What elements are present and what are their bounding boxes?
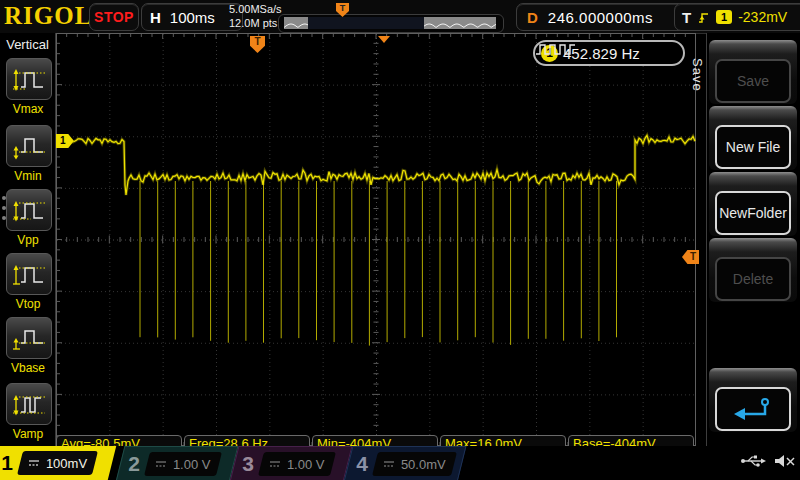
channel3-block[interactable]: 3 1.00 V: [230, 446, 353, 480]
save-button[interactable]: Save: [715, 59, 791, 103]
vmax-icon: [11, 65, 47, 93]
menu-item-vmax[interactable]: Vmax: [6, 58, 50, 116]
vtop-button[interactable]: [6, 253, 52, 295]
brand-logo: RIGOL: [4, 2, 92, 30]
vtop-icon: [11, 260, 47, 288]
channel-status-bar: 1 100mV 2 1.00 V: [0, 446, 800, 480]
vamp-icon: [11, 390, 47, 418]
waveform-display: T 1 452.829 Hz 1 T: [56, 33, 696, 446]
vpp-icon: [11, 196, 47, 224]
run-state-button[interactable]: STOP: [89, 3, 139, 31]
menu-slot-6: [709, 368, 797, 432]
channel2-number: 2: [121, 452, 147, 476]
trigger-level-value: -232mV: [738, 9, 787, 25]
channel2-block[interactable]: 2 1.00 V: [116, 446, 239, 480]
menu-item-vmin[interactable]: Vmin: [6, 125, 50, 183]
channel4-block[interactable]: 4 50.0mV: [344, 446, 467, 480]
sample-rate: 5.00MSa/s: [229, 2, 282, 16]
channel1-waveform: [56, 33, 696, 446]
menu-slot-3: NewFolder: [709, 172, 797, 236]
timebase-value: 100ms: [170, 9, 215, 26]
coupling-icon: [155, 459, 167, 469]
channel4-scale: 50.0mV: [401, 457, 446, 472]
speaker-muted-icon: [774, 453, 796, 469]
delay-value: 246.000000ms: [548, 9, 653, 26]
vmin-label: Vmin: [6, 169, 50, 183]
menu-item-vbase[interactable]: Vbase: [6, 317, 50, 375]
menu-item-vtop[interactable]: Vtop: [6, 253, 50, 311]
memory-depth: 12.0M pts: [229, 16, 282, 30]
vamp-button[interactable]: [6, 383, 52, 425]
delay-label: D: [527, 9, 538, 26]
channel2-scale: 1.00 V: [173, 457, 211, 472]
scroll-dot: [2, 196, 6, 200]
frequency-counter: 1 452.829 Hz: [533, 40, 685, 66]
square-wave-icon: [535, 42, 577, 56]
vbase-button[interactable]: [6, 317, 52, 359]
usb-icon: [740, 454, 766, 468]
channel3-number: 3: [235, 452, 261, 476]
channel4-number: 4: [349, 452, 375, 476]
vamp-label: Vamp: [6, 427, 50, 441]
scroll-dot: [2, 216, 6, 220]
coupling-icon: [269, 459, 281, 469]
horizontal-label: H: [150, 9, 161, 26]
channel3-scale: 1.00 V: [287, 457, 325, 472]
channel1-block[interactable]: 1 100mV: [0, 446, 116, 480]
coupling-icon: [28, 458, 40, 468]
vmax-label: Vmax: [6, 102, 50, 116]
menu-slot-2: New File: [709, 106, 797, 170]
vmin-icon: [11, 132, 47, 160]
menu-item-vpp[interactable]: Vpp: [6, 189, 50, 247]
vbase-label: Vbase: [6, 361, 50, 375]
back-button[interactable]: [715, 387, 791, 431]
channel1-scale: 100mV: [46, 456, 87, 471]
menu-tab-save: Save: [686, 40, 705, 110]
menu-slot-1: Save: [709, 40, 797, 104]
trigger-label: T: [682, 9, 691, 26]
trigger-box[interactable]: T 1 -232mV: [674, 3, 800, 31]
vtop-label: Vtop: [6, 297, 50, 311]
trigger-slope-icon: [697, 10, 710, 25]
delay-box[interactable]: D 246.000000ms: [516, 3, 690, 31]
preview-display-window[interactable]: [308, 17, 424, 29]
vmin-button[interactable]: [6, 125, 52, 167]
left-menu-title: Vertical: [0, 37, 55, 52]
oscilloscope-screen: RIGOL STOP H 100ms 5.00MSa/s 12.0M pts T…: [0, 0, 800, 480]
system-status-icons: [740, 453, 796, 469]
menu-slot-4: Delete: [709, 238, 797, 302]
delete-button[interactable]: Delete: [715, 257, 791, 301]
coupling-icon: [383, 459, 395, 469]
preview-strip: [284, 17, 496, 29]
new-file-button[interactable]: New File: [715, 125, 791, 169]
vpp-label: Vpp: [6, 233, 50, 247]
return-arrow-icon: [731, 396, 775, 422]
menu-item-vamp[interactable]: Vamp: [6, 383, 50, 441]
new-folder-button[interactable]: NewFolder: [715, 191, 791, 235]
top-status-bar: RIGOL STOP H 100ms 5.00MSa/s 12.0M pts T…: [0, 0, 800, 34]
memory-position-preview[interactable]: [278, 14, 504, 33]
vbase-icon: [11, 324, 47, 352]
left-measure-menu: Vertical Vmax: [0, 33, 56, 446]
screen-center-marker-icon: [378, 36, 390, 43]
vpp-button[interactable]: [6, 189, 52, 231]
trigger-source-badge: 1: [716, 10, 732, 24]
acquisition-info: 5.00MSa/s 12.0M pts: [229, 2, 282, 30]
scroll-dot: [2, 206, 6, 210]
vmax-button[interactable]: [6, 58, 52, 100]
horizontal-timebase-box[interactable]: H 100ms: [141, 3, 243, 31]
